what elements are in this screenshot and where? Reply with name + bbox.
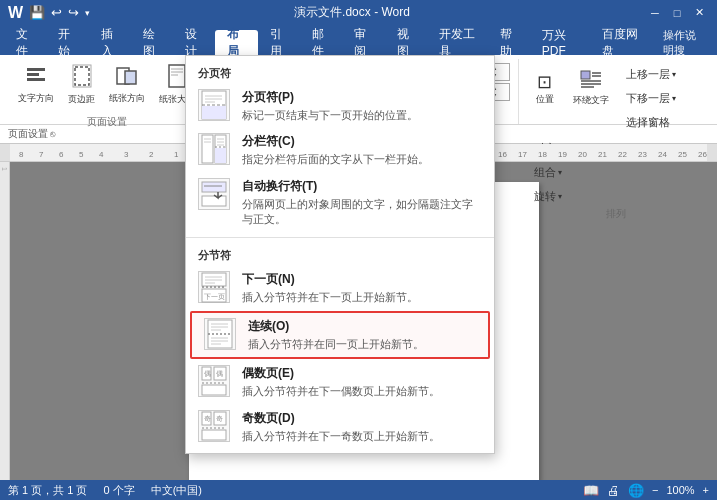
svg-rect-68	[215, 148, 226, 163]
bring-forward-button[interactable]: 上移一层 ▾	[619, 63, 683, 85]
status-right: 📖 🖨 🌐 − 100% +	[583, 483, 709, 498]
arrange-row: ⊡ 位置 环绕文字 上移一层 ▾ 下移一层 ▾ 选择窗格	[527, 59, 705, 207]
zoom-level: 100%	[666, 484, 694, 496]
tab-layout[interactable]: 布局	[215, 30, 257, 55]
language-status: 中文(中国)	[151, 483, 202, 498]
redo-icon[interactable]: ↪	[68, 5, 79, 20]
title-bar-title: 演示文件.docx - Word	[294, 4, 410, 21]
save-icon[interactable]: 💾	[29, 5, 45, 20]
svg-text:下一页: 下一页	[204, 293, 225, 301]
rotate-dropdown-icon[interactable]: ▾	[558, 192, 562, 201]
tab-baidu[interactable]: 百度网盘	[590, 30, 651, 55]
tab-developer[interactable]: 开发工具	[427, 30, 488, 55]
arrange-label: 排列	[606, 207, 626, 223]
svg-text:奇: 奇	[216, 415, 223, 422]
svg-text:26: 26	[698, 150, 707, 159]
svg-text:3: 3	[124, 150, 129, 159]
tab-layout-design[interactable]: 设计	[173, 30, 215, 55]
bring-forward-label: 上移一层	[626, 67, 670, 82]
menu-item-page-break[interactable]: 分页符(P) 标记一页结束与下一页开始的位置。	[186, 84, 494, 128]
orientation-icon	[116, 65, 138, 90]
status-left: 第 1 页，共 1 页 0 个字 中文(中国)	[8, 483, 202, 498]
tab-review[interactable]: 审阅	[342, 30, 384, 55]
send-backward-button[interactable]: 下移一层 ▾	[619, 87, 683, 109]
odd-page-text: 奇数页(D) 插入分节符并在下一奇数页上开始新节。	[242, 410, 482, 444]
minimize-button[interactable]: ─	[645, 5, 665, 21]
group-button[interactable]: 组合 ▾	[527, 161, 569, 183]
word-logo-icon: W	[8, 4, 23, 22]
tab-design[interactable]: 绘图	[131, 30, 173, 55]
svg-text:16: 16	[498, 150, 507, 159]
svg-rect-2	[27, 78, 45, 81]
svg-rect-0	[27, 68, 45, 71]
tab-home[interactable]: 开始	[46, 30, 88, 55]
svg-text:8: 8	[19, 150, 24, 159]
svg-text:1: 1	[174, 150, 179, 159]
view-print-icon[interactable]: 🖨	[607, 483, 620, 498]
tab-insert[interactable]: 插入	[89, 30, 131, 55]
paper-size-icon	[168, 64, 186, 91]
next-page-icon: 下一页	[198, 271, 230, 303]
svg-rect-16	[581, 71, 590, 79]
odd-page-icon: 奇 奇	[198, 410, 230, 442]
tab-ophelp[interactable]: 操作说明搜	[651, 30, 717, 55]
svg-text:7: 7	[39, 150, 44, 159]
svg-text:23: 23	[638, 150, 647, 159]
undo-icon[interactable]: ↩	[51, 5, 62, 20]
qa-dropdown-icon[interactable]: ▾	[85, 8, 90, 18]
page-setup-expand-icon[interactable]: ⎋	[50, 129, 55, 139]
menu-divider-1	[186, 237, 494, 238]
send-backward-dropdown-icon[interactable]: ▾	[672, 94, 676, 103]
toolbar-group-arrange: ⊡ 位置 环绕文字 上移一层 ▾ 下移一层 ▾ 选择窗格	[519, 59, 713, 124]
rotate-button[interactable]: 旋转 ▾	[527, 185, 569, 207]
group-dropdown-icon[interactable]: ▾	[558, 168, 562, 177]
left-sidebar-ruler: 1	[0, 162, 10, 498]
wrap-text-button[interactable]: 环绕文字	[567, 63, 615, 113]
margins-button[interactable]: 页边距	[62, 59, 101, 111]
tab-wps[interactable]: 万兴PDF	[530, 30, 591, 55]
svg-text:4: 4	[99, 150, 104, 159]
svg-text:6: 6	[59, 150, 64, 159]
restore-button[interactable]: □	[667, 5, 687, 21]
view-read-icon[interactable]: 📖	[583, 483, 599, 498]
zoom-out-icon[interactable]: −	[652, 484, 658, 496]
even-page-text: 偶数页(E) 插入分节符并在下一偶数页上开始新节。	[242, 365, 482, 399]
wrap-text-icon	[580, 70, 602, 94]
orientation-button[interactable]: 纸张方向	[103, 59, 151, 111]
select-pane-label: 选择窗格	[626, 115, 670, 130]
svg-text:17: 17	[518, 150, 527, 159]
select-pane-button[interactable]: 选择窗格	[619, 111, 683, 133]
svg-text:21: 21	[598, 150, 607, 159]
menu-item-continuous[interactable]: 连续(O) 插入分节符并在同一页上开始新节。	[190, 311, 490, 359]
menu-item-wrap-break[interactable]: 自动换行符(T) 分隔网页上的对象周围的文字，如分隔题注文字与正文。	[186, 173, 494, 233]
tab-references[interactable]: 引用	[258, 30, 300, 55]
close-button[interactable]: ✕	[689, 5, 709, 21]
quick-access-toolbar: W 💾 ↩ ↪ ▾	[8, 4, 90, 22]
col-break-text: 分栏符(C) 指定分栏符后面的文字从下一栏开始。	[242, 133, 482, 167]
view-web-icon[interactable]: 🌐	[628, 483, 644, 498]
bring-forward-dropdown-icon[interactable]: ▾	[672, 70, 676, 79]
tab-view[interactable]: 视图	[385, 30, 427, 55]
svg-text:5: 5	[79, 150, 84, 159]
zoom-in-icon[interactable]: +	[703, 484, 709, 496]
even-page-icon: 偶 偶	[198, 365, 230, 397]
ruler-left-margin	[0, 144, 10, 161]
tab-help[interactable]: 帮助	[488, 30, 530, 55]
status-bar: 第 1 页，共 1 页 0 个字 中文(中国) 📖 🖨 🌐 − 100% +	[0, 480, 717, 500]
page-break-text: 分页符(P) 标记一页结束与下一页开始的位置。	[242, 89, 482, 123]
rotate-label: 旋转	[534, 189, 556, 204]
svg-rect-6	[125, 71, 136, 84]
menu-item-odd-page[interactable]: 奇 奇 奇数页(D) 插入分节符并在下一奇数页上开始新节。	[186, 405, 494, 449]
svg-text:24: 24	[658, 150, 667, 159]
svg-rect-74	[202, 182, 226, 192]
text-direction-button[interactable]: 文字方向	[12, 59, 60, 111]
svg-rect-61	[202, 106, 226, 119]
menu-item-next-page[interactable]: 下一页 下一页(N) 插入分节符并在下一页上开始新节。	[186, 266, 494, 310]
menu-item-even-page[interactable]: 偶 偶 偶数页(E) 插入分节符并在下一偶数页上开始新节。	[186, 360, 494, 404]
menu-item-col-break[interactable]: 分栏符(C) 指定分栏符后面的文字从下一栏开始。	[186, 128, 494, 172]
col-break-icon	[198, 133, 230, 165]
wrap-break-text: 自动换行符(T) 分隔网页上的对象周围的文字，如分隔题注文字与正文。	[242, 178, 482, 228]
position-button[interactable]: ⊡ 位置	[527, 63, 563, 113]
tab-file[interactable]: 文件	[4, 30, 46, 55]
tab-mailings[interactable]: 邮件	[300, 30, 342, 55]
